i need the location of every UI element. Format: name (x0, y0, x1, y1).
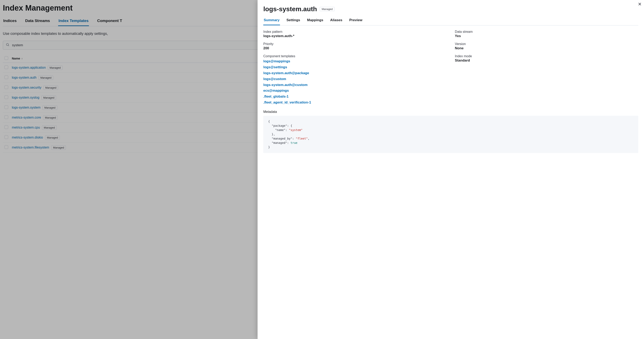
component-template-link[interactable]: ecs@mappings (263, 88, 446, 94)
summary-value: None (455, 46, 638, 50)
summary-label: Priority (263, 42, 446, 46)
component-template-link[interactable]: logs@mappings (263, 58, 446, 64)
flyout-tab-aliases[interactable]: Aliases (330, 18, 343, 25)
flyout-tab-settings[interactable]: Settings (286, 18, 300, 25)
summary-label: Component templates (263, 54, 446, 58)
flyout-tab-mappings[interactable]: Mappings (307, 18, 324, 25)
summary-value: logs-system.auth-* (263, 34, 446, 38)
close-icon: ✕ (638, 2, 642, 7)
component-template-link[interactable]: logs@settings (263, 64, 446, 70)
component-templates-list: logs@mappingslogs@settingslogs-system.au… (263, 58, 446, 105)
managed-badge: Managed (320, 7, 334, 11)
summary-index-pattern: Index pattern logs-system.auth-* (263, 30, 446, 38)
flyout-tabs: SummarySettingsMappingsAliasesPreview (263, 18, 638, 25)
summary-value: 200 (263, 46, 446, 50)
summary-grid: Index pattern logs-system.auth-* Data st… (263, 30, 638, 105)
flyout-title: logs-system.auth (263, 5, 317, 13)
component-template-link[interactable]: logs@custom (263, 76, 446, 82)
flyout-header: logs-system.auth Managed (263, 5, 638, 13)
summary-component-templates: Component templates logs@mappingslogs@se… (263, 54, 446, 105)
component-template-link[interactable]: .fleet_agent_id_verification-1 (263, 100, 446, 105)
summary-value: Standard (455, 58, 638, 62)
summary-priority: Priority 200 (263, 42, 446, 50)
flyout-tab-summary[interactable]: Summary (263, 18, 280, 25)
summary-value: Yes (455, 34, 638, 38)
summary-label: Index mode (455, 54, 638, 58)
flyout-panel: ✕ logs-system.auth Managed SummarySettin… (258, 0, 644, 156)
metadata-code-block: { "package": { "name": "system" }, "mana… (263, 116, 638, 153)
component-template-link[interactable]: logs-system.auth@custom (263, 82, 446, 88)
metadata-label: Metadata (263, 110, 638, 114)
summary-label: Version (455, 42, 638, 46)
component-template-link[interactable]: logs-system.auth@package (263, 70, 446, 76)
summary-version: Version None (455, 42, 638, 50)
summary-data-stream: Data stream Yes (455, 30, 638, 38)
summary-index-mode: Index mode Standard (455, 54, 638, 105)
summary-label: Data stream (455, 30, 638, 34)
flyout-tab-preview[interactable]: Preview (349, 18, 363, 25)
summary-label: Index pattern (263, 30, 446, 34)
component-template-link[interactable]: .fleet_globals-1 (263, 94, 446, 100)
close-button[interactable]: ✕ (637, 1, 642, 7)
